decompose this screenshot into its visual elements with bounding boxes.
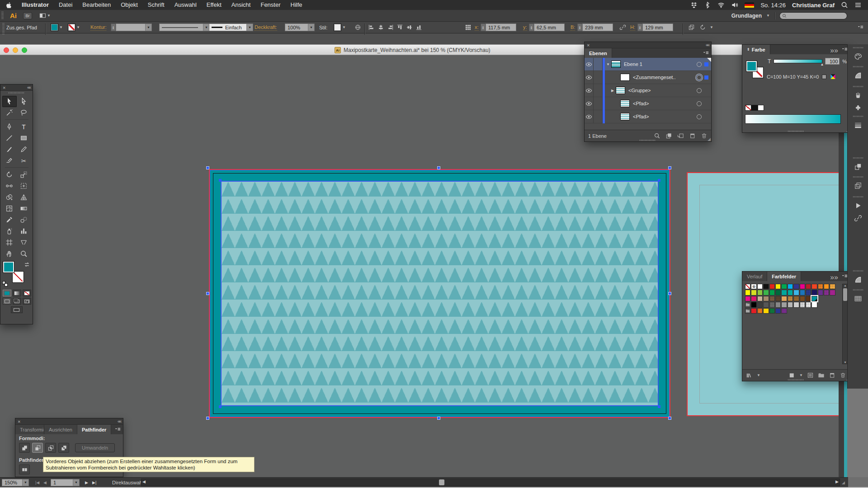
swatch-#868686[interactable]: [775, 302, 781, 307]
swatch-#3bb54a[interactable]: [763, 290, 769, 295]
rectangle-tool[interactable]: [17, 132, 31, 144]
tools-collapse-icon[interactable]: ««: [27, 85, 30, 90]
slice-tool[interactable]: [17, 237, 31, 248]
swatch-#000000[interactable]: [751, 302, 756, 307]
graphic-style-well[interactable]: [334, 23, 341, 31]
menu-item-effekt[interactable]: Effekt: [202, 0, 226, 10]
align-middle-v-icon[interactable]: [406, 24, 413, 31]
workspace-switcher[interactable]: Grundlagen: [731, 13, 762, 19]
tab-ebenen[interactable]: Ebenen: [585, 48, 612, 58]
dock-actions-panel-icon[interactable]: [850, 199, 866, 212]
menu-item-datei[interactable]: Datei: [54, 0, 77, 10]
selection-handle-tc[interactable]: [437, 166, 440, 169]
layer-row[interactable]: ▶<Gruppe>: [585, 84, 711, 97]
swatch-#0e7c3f[interactable]: [769, 308, 775, 314]
menu-item-hilfe[interactable]: Hilfe: [286, 0, 307, 10]
color-collapse-icon[interactable]: »»: [830, 47, 838, 55]
height-field[interactable]: 129 mm: [642, 23, 673, 31]
layer-lock-cell[interactable]: [594, 110, 603, 123]
tab-transformieren[interactable]: Transformie: [15, 425, 44, 434]
layer-visibility-icon[interactable]: [585, 61, 592, 68]
fill-color-well[interactable]: [51, 23, 58, 31]
opacity-label[interactable]: Deckkraft:: [255, 24, 277, 31]
swatches-collapse-icon[interactable]: »»: [830, 273, 838, 282]
swatch-#33348e[interactable]: [793, 284, 799, 289]
swatch-#b5b5b5[interactable]: [788, 302, 793, 307]
none-swatch[interactable]: [745, 105, 751, 111]
magic-wand-tool[interactable]: [2, 107, 17, 118]
layer-lock-cell[interactable]: [594, 84, 603, 97]
menu-user-name[interactable]: Christiane Graf: [792, 2, 835, 9]
menu-item-objekt[interactable]: Objekt: [116, 0, 143, 10]
lasso-tool[interactable]: [17, 107, 31, 118]
german-flag-icon[interactable]: [745, 2, 754, 8]
free-transform-tool[interactable]: [17, 180, 31, 192]
minimize-window-button[interactable]: [13, 47, 18, 53]
artboard-number-field[interactable]: 1: [51, 479, 73, 486]
stroke-weight-field[interactable]: [116, 23, 146, 31]
inner-anchor-bl[interactable]: [219, 405, 222, 408]
document-setup-icon[interactable]: [354, 22, 362, 33]
height-label[interactable]: H:: [630, 24, 635, 31]
layer-lock-cell[interactable]: [594, 58, 603, 71]
swatch-#00a69c[interactable]: [781, 290, 787, 295]
divide-button[interactable]: [19, 465, 30, 474]
unite-button[interactable]: [19, 443, 30, 453]
swatch-#e2231a[interactable]: [769, 284, 775, 289]
swatch-#2a3590[interactable]: [775, 308, 781, 314]
exclude-button[interactable]: [58, 443, 69, 453]
layer-target-icon[interactable]: [697, 101, 702, 106]
layer-target-icon[interactable]: [697, 75, 702, 80]
tab-farbfelder[interactable]: Farbfelder: [767, 272, 801, 281]
swatch-#7e2f93[interactable]: [781, 308, 787, 314]
swatch-#5e452e[interactable]: [775, 296, 781, 301]
width-label[interactable]: B:: [571, 24, 575, 31]
artwork-postcard-front[interactable]: [209, 169, 670, 418]
layer-visibility-icon[interactable]: [585, 100, 592, 107]
white-swatch[interactable]: [758, 105, 764, 111]
swatch-kinds-icon[interactable]: [788, 372, 795, 379]
bridge-button[interactable]: Br: [23, 12, 32, 19]
symbol-sprayer-tool[interactable]: [2, 225, 17, 237]
tint-slider-handle[interactable]: ▲: [820, 62, 824, 66]
swatch-libraries-arrow[interactable]: ▼: [757, 373, 760, 377]
selection-handle-ml[interactable]: [206, 292, 209, 295]
new-layer-icon[interactable]: [689, 132, 696, 139]
width-tool[interactable]: [2, 180, 17, 192]
color-mode-none-button[interactable]: [23, 290, 31, 296]
blend-tool[interactable]: [17, 214, 31, 225]
swatch-none[interactable]: [745, 284, 750, 289]
swatch-#3db5e7[interactable]: [793, 290, 799, 295]
rotate-icon[interactable]: [698, 22, 707, 33]
swatch-#7d5f43[interactable]: [769, 296, 775, 301]
dock-drag-dots[interactable]: [853, 47, 863, 48]
selection-handle-mr[interactable]: [668, 292, 671, 295]
swap-fill-stroke-icon[interactable]: [24, 261, 30, 268]
selection-tool[interactable]: [2, 96, 17, 107]
layers-menu-icon[interactable]: [703, 50, 709, 56]
layer-name[interactable]: <Pfad>: [633, 114, 649, 119]
layers-close-icon[interactable]: ×: [587, 43, 590, 47]
black-swatch[interactable]: [751, 105, 758, 111]
graphic-style-arrow[interactable]: ▼: [342, 25, 346, 29]
apple-logo-icon[interactable]: [5, 2, 12, 9]
color-mode-gradient-button[interactable]: [13, 290, 21, 296]
swatch-#00a99e[interactable]: [788, 290, 793, 295]
paintbrush-tool[interactable]: [2, 144, 17, 155]
help-search-input[interactable]: [779, 12, 847, 19]
color-drag-dots[interactable]: [788, 131, 804, 132]
layer-disclosure-icon[interactable]: ▶: [609, 89, 616, 93]
swatch-#ffffff[interactable]: [757, 284, 763, 289]
dock-links-panel-icon[interactable]: [850, 212, 866, 225]
stroke-style-dropdown[interactable]: ▼: [247, 23, 253, 31]
clipping-mask-icon[interactable]: [665, 132, 672, 139]
swatch-#5c3317[interactable]: [806, 296, 811, 301]
tools-close-icon[interactable]: ×: [3, 85, 5, 90]
swatch-#00a14b[interactable]: [769, 290, 775, 295]
align-center-h-icon[interactable]: [377, 24, 384, 31]
zoom-window-button[interactable]: [22, 47, 27, 53]
shear-icon[interactable]: [687, 22, 695, 33]
width-field[interactable]: 239 mm: [582, 23, 613, 31]
pencil-tool[interactable]: [17, 144, 31, 155]
layer-name[interactable]: <Gruppe>: [628, 88, 651, 93]
